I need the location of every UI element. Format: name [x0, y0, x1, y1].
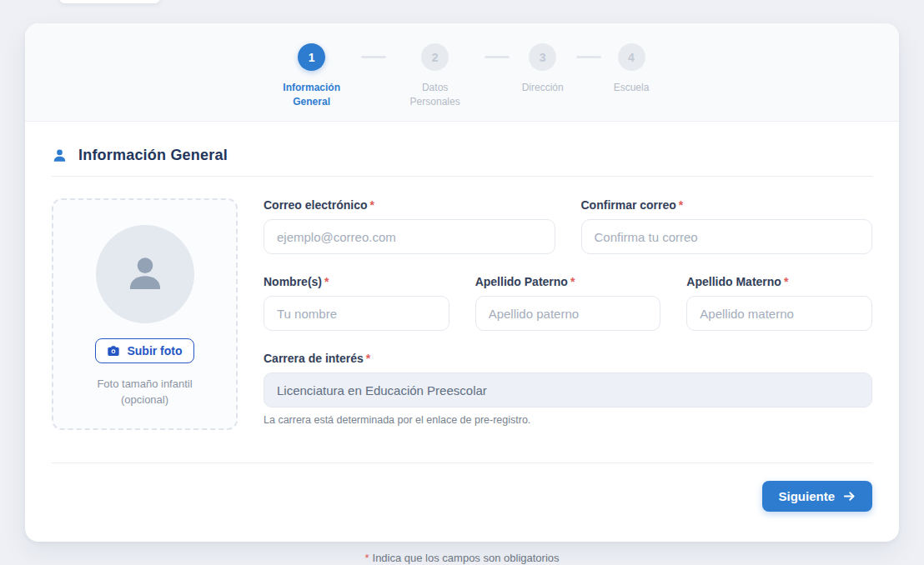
career-field-group: Carrera de interés* La carrera está dete…	[264, 352, 872, 426]
step-direccion[interactable]: 3 Dirección	[522, 43, 564, 95]
upload-photo-button[interactable]: Subir foto	[95, 338, 193, 363]
email-input[interactable]	[264, 219, 555, 254]
stepper-header: 1 Información General 2 Datos Personales…	[25, 23, 899, 122]
avatar-placeholder	[96, 225, 194, 323]
section-divider	[52, 176, 872, 177]
first-name-field-group: Nombre(s)*	[264, 275, 449, 331]
first-name-input[interactable]	[264, 296, 449, 331]
photo-upload-panel[interactable]: Subir foto Foto tamaño infantil (opciona…	[52, 198, 238, 430]
required-marker: *	[366, 352, 370, 365]
step-connector	[485, 56, 510, 58]
required-marker: *	[364, 552, 369, 564]
step-3-label: Dirección	[522, 81, 564, 95]
step-3-circle: 3	[529, 43, 556, 71]
maternal-last-name-label: Apellido Materno*	[686, 275, 872, 288]
step-datos-personales[interactable]: 2 Datos Personales	[399, 43, 472, 110]
required-marker: *	[679, 198, 683, 212]
camera-icon	[107, 344, 120, 358]
top-cutoff-chip	[59, 0, 160, 3]
career-label: Carrera de interés*	[264, 352, 872, 365]
step-2-label: Datos Personales	[399, 81, 472, 110]
step-informacion-general[interactable]: 1 Información General	[275, 43, 349, 110]
section-title: Información General	[78, 147, 228, 164]
step-connector	[576, 56, 601, 58]
confirm-email-field-group: Confirmar correo*	[581, 198, 873, 254]
required-marker: *	[324, 275, 329, 288]
step-4-circle: 4	[618, 43, 645, 71]
arrow-right-icon	[842, 489, 856, 503]
required-fields-note: *Indica que los campos son obligatorios	[0, 552, 924, 564]
next-button-label: Siguiente	[778, 489, 835, 503]
step-1-label: Información General	[275, 81, 349, 110]
wizard-stepper: 1 Información General 2 Datos Personales…	[275, 43, 650, 110]
email-label: Correo electrónico*	[264, 198, 555, 212]
upload-photo-label: Subir foto	[127, 344, 182, 358]
confirm-email-input[interactable]	[581, 219, 873, 254]
step-2-circle: 2	[421, 43, 449, 71]
paternal-last-name-label: Apellido Paterno*	[475, 275, 661, 288]
paternal-last-name-field-group: Apellido Paterno*	[475, 275, 661, 331]
required-marker: *	[570, 275, 575, 288]
registration-card: 1 Información General 2 Datos Personales…	[25, 23, 899, 542]
step-escuela[interactable]: 4 Escuela	[614, 43, 650, 95]
email-field-group: Correo electrónico*	[264, 198, 555, 254]
photo-caption: Foto tamaño infantil (opcional)	[97, 377, 192, 408]
confirm-email-label: Confirmar correo*	[581, 198, 873, 212]
paternal-last-name-input[interactable]	[475, 296, 661, 331]
maternal-last-name-input[interactable]	[686, 296, 872, 331]
person-icon	[52, 148, 68, 163]
step-1-circle: 1	[298, 43, 325, 71]
next-button[interactable]: Siguiente	[762, 481, 872, 512]
first-name-label: Nombre(s)*	[264, 275, 449, 288]
avatar-person-icon	[119, 248, 171, 300]
section-header: Información General	[52, 147, 872, 164]
form-body: Información General Sub	[25, 122, 899, 512]
step-connector	[361, 56, 386, 58]
career-input	[264, 372, 872, 408]
maternal-last-name-field-group: Apellido Materno*	[686, 275, 872, 331]
footer-divider	[52, 462, 872, 463]
step-4-label: Escuela	[614, 81, 650, 95]
required-marker: *	[784, 275, 788, 288]
required-marker: *	[369, 198, 374, 212]
career-helper-text: La carrera está determinada por el enlac…	[264, 414, 872, 426]
